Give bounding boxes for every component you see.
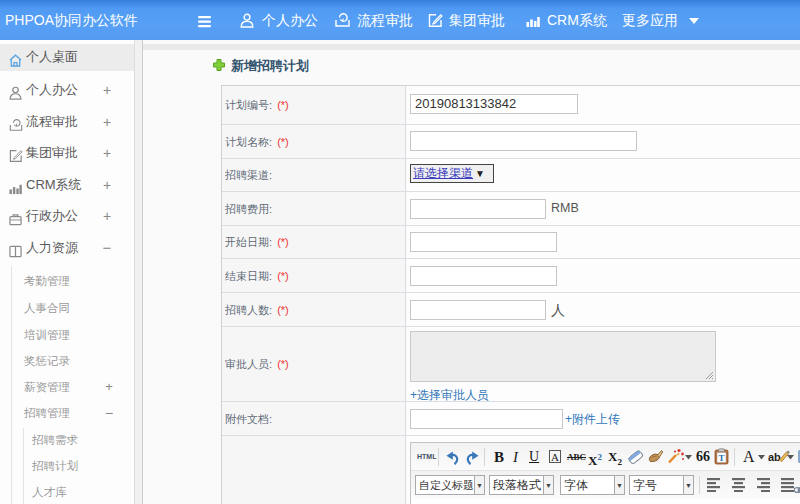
- svg-text:T: T: [718, 453, 724, 463]
